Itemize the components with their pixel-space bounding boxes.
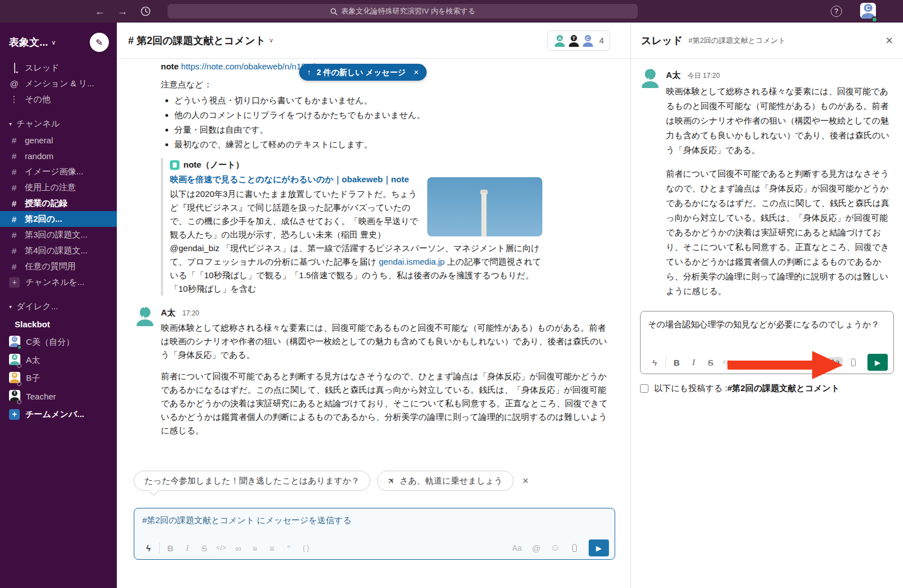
dm-self[interactable]: C C美（自分）	[0, 333, 117, 351]
code-icon[interactable]: </>	[719, 358, 736, 366]
section-label: ダイレク...	[16, 301, 58, 312]
mention-icon[interactable]: @	[528, 543, 545, 553]
attach-icon[interactable]	[851, 358, 856, 366]
history-clock-icon[interactable]	[140, 6, 151, 17]
code-block-icon[interactable]: { }	[297, 544, 314, 552]
avatar[interactable]: A太	[640, 68, 660, 88]
dm-teacher[interactable]: T Teacher	[0, 387, 117, 405]
dm-b-ko[interactable]: B B子	[0, 369, 117, 387]
channel-label: 第4回の課題文...	[25, 245, 87, 256]
message-paragraph: 前者について回復不可能であると判断する見方はなさそうなので、ひとまず論点は「身体…	[161, 370, 612, 437]
sidebar-channel-class-records[interactable]: # 授業の記録	[0, 195, 117, 211]
sidebar-channel-general[interactable]: # general	[0, 132, 117, 148]
sidebar-item-more[interactable]: ⋮ その他	[0, 91, 117, 107]
text-format-icon[interactable]: Aa	[509, 543, 525, 552]
blockquote-icon[interactable]: "	[280, 543, 297, 553]
sidebar-channel-images[interactable]: # イメージ画像...	[0, 164, 117, 179]
compose-button[interactable]: ✎	[90, 33, 109, 52]
sidebar-item-mentions[interactable]: @ メンション & リ...	[0, 76, 117, 91]
dm-slackbot[interactable]: Slackbot	[0, 315, 117, 333]
also-send-channel[interactable]: #第2回の課題文献とコメント	[727, 383, 840, 393]
history-back-icon[interactable]: ←	[95, 6, 105, 17]
hash-icon: #	[9, 199, 19, 208]
section-label: チャンネル	[16, 119, 60, 129]
strikethrough-icon[interactable]: S	[196, 543, 213, 553]
search-bar[interactable]: 表象文化論特殊研究演習IV 内を検索する	[168, 4, 638, 19]
message-paragraph: 前者について回復不可能であると判断する見方はなさそうなので、ひとまず論点は「身体…	[666, 166, 894, 299]
thread-title: スレッド	[641, 34, 683, 47]
text-format-icon[interactable]: Aa	[827, 357, 843, 367]
italic-icon[interactable]: I	[685, 358, 702, 367]
thread-channel-name[interactable]: #第2回の課題文献とコメント	[689, 36, 786, 46]
mentions-icon: @	[9, 79, 19, 89]
message-author[interactable]: A太	[161, 308, 176, 317]
hash-icon: #	[9, 167, 19, 177]
message-author[interactable]: A太	[666, 70, 681, 80]
main-pane: # 第2回の課題文献とコメント ∨ A T C 4 ↑ 2 件の新しい メッセー…	[117, 23, 630, 588]
member-count: 4	[599, 36, 604, 45]
sidebar-channel-session4[interactable]: # 第4回の課題文...	[0, 243, 117, 258]
link-icon[interactable]: ∞	[736, 358, 753, 367]
reply-toolbar: ϟ B I S </> ∞ Aa ▶	[641, 351, 893, 374]
reply-draft-text[interactable]: その場合認知心理学の知見などが必要になるのでしょうか？	[641, 311, 893, 331]
code-icon[interactable]: </>	[213, 544, 230, 552]
dm-label: Slackbot	[15, 319, 50, 329]
also-send-row[interactable]: 以下にも投稿する :#第2回の課題文献とコメント	[640, 383, 894, 394]
sidebar-channel-session3[interactable]: # 第3回の課題文...	[0, 227, 117, 243]
suggestion-pill-1[interactable]: たった今参加しました！聞き逃したことはありますか？	[134, 471, 370, 491]
shortcuts-icon[interactable]: ϟ	[140, 543, 157, 553]
caret-down-icon: ▾	[9, 121, 12, 127]
suggestion-pill-2[interactable]: ✈ さあ、軌道に乗せましょう	[377, 471, 513, 491]
message-timestamp[interactable]: 今日 17:20	[687, 72, 720, 80]
new-messages-banner[interactable]: ↑ 2 件の新しい メッセージ ×	[299, 64, 427, 81]
thread-send-button[interactable]: ▶	[867, 354, 888, 371]
suggestion-text: たった今参加しました！聞き逃したことはありますか？	[144, 476, 360, 486]
link-icon[interactable]: ∞	[230, 543, 247, 553]
dm-a-ta[interactable]: A A太	[0, 351, 117, 369]
thread-header: スレッド #第2回の課題文献とコメント ×	[631, 23, 903, 59]
card-inline-link[interactable]: gendai.ismedia.jp	[379, 257, 445, 266]
close-icon[interactable]: ×	[886, 33, 893, 48]
suggestion-text: さあ、軌道に乗せましょう	[400, 476, 503, 486]
shortcuts-icon[interactable]: ϟ	[646, 358, 663, 367]
hash-icon: #	[9, 135, 19, 145]
bold-icon[interactable]: B	[668, 358, 685, 367]
emoji-icon[interactable]: ☺	[547, 542, 564, 554]
ordered-list-icon[interactable]: ≡	[247, 543, 264, 553]
close-icon[interactable]: ×	[414, 65, 419, 79]
also-send-checkbox[interactable]	[640, 384, 648, 393]
sidebar-channel-questions[interactable]: # 任意の質問用	[0, 258, 117, 274]
thread-reply-composer[interactable]: その場合認知心理学の知見などが必要になるのでしょうか？ ϟ B I S </> …	[640, 311, 894, 374]
attach-icon[interactable]	[572, 544, 577, 552]
sidebar-channel-random[interactable]: # random	[0, 148, 117, 164]
strikethrough-icon[interactable]: S	[702, 358, 719, 367]
add-teammates-button[interactable]: + チームメンバ...	[0, 405, 117, 423]
avatar[interactable]: A太	[135, 306, 155, 326]
send-button[interactable]: ▶	[589, 539, 609, 556]
add-channel-button[interactable]: + チャンネルを...	[0, 274, 117, 290]
sidebar: 表象文... ∨ ✎ スレッド @ メンション & リ... ⋮ その他 ▾ チ…	[0, 23, 117, 588]
sidebar-channel-usage-notes[interactable]: # 使用上の注意	[0, 179, 117, 195]
sidebar-channel-session2-active[interactable]: # 第2回の...	[0, 211, 117, 227]
message-paragraph: 映画体験として総称される様々な要素には、回復可能であるものと回復不可能な（可能性…	[666, 84, 894, 157]
bullet-list-icon[interactable]: ≡	[264, 543, 280, 553]
history-forward-icon[interactable]: →	[117, 6, 128, 17]
channels-section-header[interactable]: ▾ チャンネル	[0, 115, 117, 132]
member-count-button[interactable]: A T C 4	[547, 30, 610, 51]
channel-label: random	[25, 151, 54, 161]
message-timestamp[interactable]: 17:20	[182, 309, 199, 317]
dm-section-header[interactable]: ▾ ダイレク...	[0, 298, 117, 315]
workspace-chevron-icon: ∨	[51, 39, 56, 46]
composer-placeholder[interactable]: #第2回の課題文献とコメント にメッセージを送信する	[134, 508, 615, 526]
account-avatar[interactable]: C	[860, 3, 876, 21]
message-paragraph: 映画体験として総称される様々な要素には、回復可能であるものと回復不可能な（可能性…	[161, 321, 612, 362]
help-icon[interactable]: ?	[831, 6, 842, 17]
channel-title[interactable]: # 第2回の課題文献とコメント	[128, 34, 266, 47]
workspace-name[interactable]: 表象文...	[9, 36, 48, 49]
message-composer[interactable]: #第2回の課題文献とコメント にメッセージを送信する ϟ B I S </> ∞…	[134, 508, 615, 560]
sidebar-item-threads[interactable]: スレッド	[0, 60, 117, 76]
link-preview-thumbnail[interactable]	[427, 177, 542, 236]
bold-icon[interactable]: B	[162, 543, 179, 553]
close-icon[interactable]: ×	[523, 475, 529, 487]
italic-icon[interactable]: I	[179, 543, 196, 553]
